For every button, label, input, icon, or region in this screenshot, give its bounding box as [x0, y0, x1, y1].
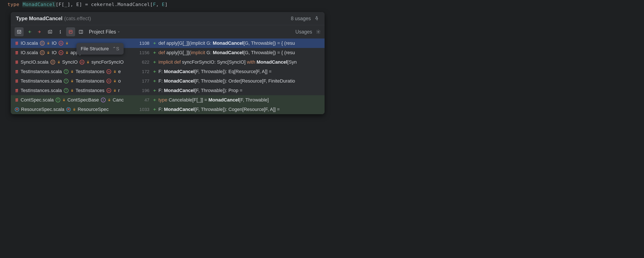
- scala-file-icon: [14, 60, 19, 64]
- svg-rect-20: [58, 62, 60, 63]
- svg-text:T: T: [65, 79, 67, 83]
- read-access-icon: [152, 60, 157, 64]
- read-access-icon: [152, 41, 157, 45]
- results-list: IO.scala O IO m 1108def apply[G[_]](impl…: [11, 39, 324, 114]
- tooltip-shortcut: ⌃S: [112, 46, 119, 52]
- svg-point-2: [60, 30, 60, 31]
- scala-file-icon: [14, 98, 19, 102]
- open-in-toolwindow-button[interactable]: [14, 27, 24, 36]
- scala-file-icon: [14, 88, 19, 93]
- lock-icon: [57, 60, 60, 64]
- svg-text:T: T: [65, 70, 67, 73]
- line-number: 1108: [135, 41, 152, 46]
- usages-count: 8 usages: [291, 16, 311, 22]
- result-row[interactable]: ContSpec.scala T ContSpecBase t Canc47ty…: [11, 95, 324, 105]
- scala-class-icon: [14, 107, 19, 112]
- svg-point-49: [66, 107, 70, 111]
- svg-point-5: [318, 31, 319, 33]
- pin-icon[interactable]: [315, 16, 320, 21]
- next-occurrence-button[interactable]: [35, 27, 44, 36]
- svg-rect-29: [114, 71, 116, 73]
- m-badge-icon: m: [106, 69, 112, 74]
- t-badge-icon: t: [101, 97, 106, 102]
- file-structure-button[interactable]: [66, 27, 75, 36]
- svg-text:O: O: [52, 60, 54, 64]
- scala-file-icon: [14, 79, 19, 83]
- read-access-icon: [152, 88, 157, 93]
- line-number: 1033: [135, 107, 152, 112]
- code-preview: def apply[G[_]](implicit G: MonadCancel[…: [152, 50, 321, 55]
- scala-file-icon: [14, 41, 19, 45]
- read-access-icon: [152, 98, 157, 102]
- line-number: 1156: [135, 50, 152, 55]
- svg-text:m: m: [108, 79, 110, 83]
- svg-text:m: m: [108, 70, 110, 73]
- scope-dropdown[interactable]: Project Files: [89, 29, 120, 35]
- lock-icon: [46, 42, 50, 45]
- lock-icon: [70, 79, 74, 83]
- line-number: 172: [135, 69, 152, 74]
- scala-file-icon: [14, 69, 19, 74]
- lock-icon: [62, 98, 66, 102]
- prev-occurrence-button[interactable]: [25, 27, 34, 36]
- result-row[interactable]: IO.scala O IO m 1108def apply[G[_]](impl…: [11, 39, 324, 48]
- m-badge-icon: m: [106, 78, 112, 84]
- usages-popup: Type MonadCancel (cats.effect) 8 usages: [11, 12, 324, 114]
- popup-header: Type MonadCancel (cats.effect) 8 usages: [11, 12, 324, 25]
- popup-title: Type MonadCancel: [16, 16, 62, 22]
- svg-rect-38: [71, 90, 73, 92]
- code-preview: F: MonadCancel[F, Throwable]): Prop =: [152, 88, 321, 93]
- svg-rect-47: [108, 100, 110, 101]
- line-number: 622: [135, 60, 152, 65]
- line-number: 196: [135, 88, 152, 93]
- preview-button[interactable]: [76, 27, 86, 36]
- O-badge-icon: O: [50, 60, 56, 65]
- svg-rect-11: [66, 43, 68, 44]
- read-access-icon: [152, 107, 157, 111]
- svg-text:t: t: [103, 98, 104, 102]
- lock-icon: [65, 51, 69, 54]
- m-badge-icon: m: [80, 60, 84, 65]
- lock-icon: [113, 79, 116, 83]
- read-access-icon: [152, 79, 157, 83]
- svg-text:m: m: [108, 89, 110, 92]
- lock-icon: [108, 98, 111, 102]
- T-badge-icon: T: [56, 97, 60, 102]
- result-row[interactable]: TestInstances.scala T TestInstances m o1…: [11, 76, 324, 86]
- popup-subtitle: (cats.effect): [64, 16, 91, 22]
- T-badge-icon: T: [64, 78, 69, 84]
- folder-settings-button[interactable]: [46, 27, 54, 36]
- gear-icon[interactable]: [316, 30, 321, 34]
- svg-point-48: [15, 107, 19, 111]
- m-badge-icon: m: [106, 88, 112, 93]
- svg-rect-41: [114, 90, 116, 92]
- m-badge-icon: m: [58, 41, 64, 46]
- svg-rect-26: [71, 71, 73, 73]
- svg-point-1: [50, 32, 50, 33]
- code-preview: F: MonadCancel[F, Throwable]): Cogen[Res…: [152, 107, 321, 112]
- result-row[interactable]: ResourceSpec.scala ResourceSpec 1033F: M…: [11, 105, 324, 114]
- svg-rect-8: [48, 43, 49, 44]
- svg-text:O: O: [41, 42, 43, 45]
- svg-text:m: m: [81, 60, 83, 64]
- result-row[interactable]: TestInstances.scala T TestInstances m e1…: [11, 67, 324, 76]
- info-button[interactable]: [56, 27, 65, 36]
- tooltip: File Structure ⌃S: [76, 43, 124, 55]
- line-number: 177: [135, 78, 152, 84]
- result-row[interactable]: IO.scala O IO m apply1156def apply[G[_]]…: [11, 48, 324, 57]
- line-number: 47: [135, 97, 152, 102]
- usages-label[interactable]: Usages: [296, 29, 312, 35]
- code-preview: type Cancelable[F[_]] = MonadCancel[F, T…: [152, 97, 321, 103]
- svg-rect-14: [48, 52, 49, 54]
- code-preview: def apply[G[_]](implicit G: MonadCancel[…: [152, 40, 321, 46]
- popup-toolbar: Project Files Usages: [11, 25, 324, 39]
- result-row[interactable]: TestInstances.scala T TestInstances m r1…: [11, 86, 324, 95]
- result-row[interactable]: SyncIO.scala O SyncIO m syncForSyncIO622…: [11, 57, 324, 67]
- tooltip-label: File Structure: [81, 46, 109, 52]
- svg-text:T: T: [65, 89, 67, 92]
- read-access-icon: [152, 51, 157, 55]
- m-badge-icon: m: [58, 50, 64, 55]
- lock-icon: [70, 70, 74, 73]
- lock-icon: [113, 70, 116, 73]
- code-preview: F: MonadCancel[F, Throwable]): Order[Res…: [152, 78, 321, 84]
